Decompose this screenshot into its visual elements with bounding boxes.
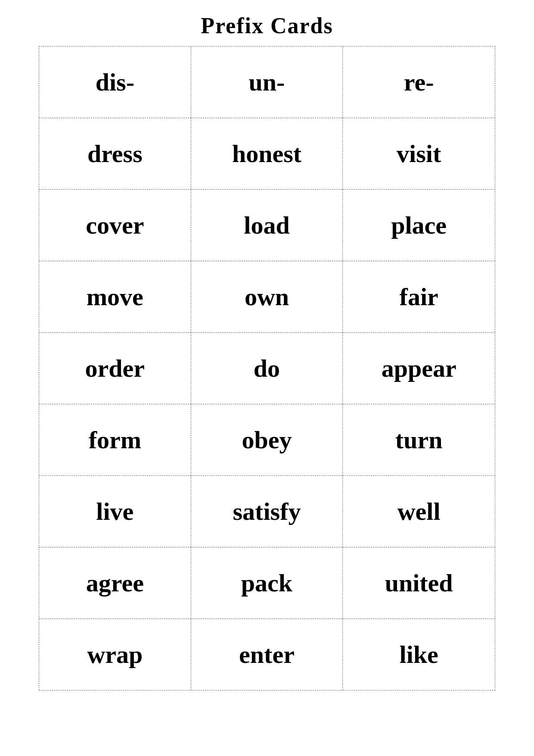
- grid-row: dis-un-re-: [39, 47, 495, 118]
- cell-r4-c2: appear: [343, 333, 495, 404]
- cell-r0-c2: re-: [343, 47, 495, 118]
- cell-r4-c0: order: [39, 333, 191, 404]
- grid-row: formobeyturn: [39, 404, 495, 476]
- cell-r6-c0: live: [39, 476, 191, 547]
- prefix-grid: dis-un-re-dresshonestvisitcoverloadplace…: [39, 46, 495, 690]
- cell-r6-c2: well: [343, 476, 495, 547]
- grid-row: wrapenterlike: [39, 619, 495, 690]
- cell-r7-c2: united: [343, 547, 495, 619]
- cell-r2-c1: load: [191, 190, 343, 261]
- grid-row: moveownfair: [39, 261, 495, 333]
- cell-r5-c1: obey: [191, 404, 343, 475]
- cell-r7-c0: agree: [39, 547, 191, 619]
- page-title: Prefix Cards: [201, 13, 333, 38]
- cell-r1-c2: visit: [343, 118, 495, 189]
- grid-row: agreepackunited: [39, 547, 495, 619]
- cell-r5-c2: turn: [343, 404, 495, 475]
- grid-row: orderdoappear: [39, 333, 495, 404]
- grid-row: dresshonestvisit: [39, 118, 495, 190]
- cell-r3-c2: fair: [343, 261, 495, 332]
- cell-r1-c1: honest: [191, 118, 343, 189]
- cell-r1-c0: dress: [39, 118, 191, 189]
- grid-row: coverloadplace: [39, 190, 495, 261]
- cell-r8-c2: like: [343, 619, 495, 690]
- cell-r2-c2: place: [343, 190, 495, 261]
- cell-r3-c0: move: [39, 261, 191, 332]
- cell-r2-c0: cover: [39, 190, 191, 261]
- cell-r4-c1: do: [191, 333, 343, 404]
- grid-row: livesatisfywell: [39, 476, 495, 547]
- cell-r3-c1: own: [191, 261, 343, 332]
- cell-r0-c1: un-: [191, 47, 343, 118]
- cell-r0-c0: dis-: [39, 47, 191, 118]
- cell-r5-c0: form: [39, 404, 191, 475]
- cell-r7-c1: pack: [191, 547, 343, 619]
- cell-r8-c1: enter: [191, 619, 343, 690]
- cell-r6-c1: satisfy: [191, 476, 343, 547]
- cell-r8-c0: wrap: [39, 619, 191, 690]
